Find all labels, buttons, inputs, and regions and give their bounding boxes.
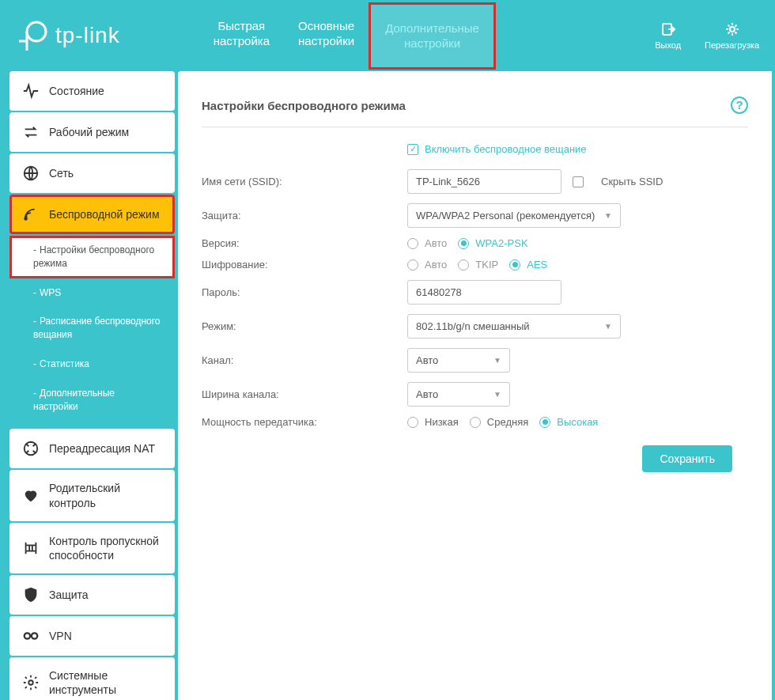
main: Состояние Рабочий режим Сеть Беспроводно… [0,71,775,700]
sidebar-item-label: Защита [49,588,89,602]
nat-icon [22,440,40,457]
cycle-icon [22,123,40,141]
sidebar-item-parental[interactable]: Родительский контроль [9,470,175,520]
content-header: Настройки беспроводного режима ? [202,96,748,127]
mode-label: Режим: [202,320,407,332]
sidebar-item-label: Рабочий режим [49,125,129,139]
sidebar-item-status[interactable]: Состояние [9,71,175,111]
content: Настройки беспроводного режима ? ✓ Включ… [178,71,772,700]
password-input[interactable] [407,280,561,305]
chevron-down-icon: ▼ [493,390,501,399]
enc-tkip-radio[interactable] [458,259,469,271]
chevron-down-icon: ▼ [493,356,501,365]
sidebar-sub-schedule[interactable]: -Расписание беспроводного вещания [9,307,175,350]
chevron-down-icon: ▼ [604,322,612,331]
sidebar-sub-wps[interactable]: -WPS [9,278,175,308]
security-select[interactable]: WPA/WPA2 Personal (рекомендуется)▼ [407,203,621,228]
enable-broadcast-label[interactable]: Включить беспроводное вещание [425,143,587,155]
svg-point-6 [32,633,37,638]
sidebar-item-label: Контроль пропускной способности [49,534,162,562]
tab-advanced[interactable]: Дополнительныенастройки [369,2,496,70]
width-select[interactable]: Авто▼ [407,382,510,407]
svg-point-5 [25,633,30,638]
sidebar-item-vpn[interactable]: VPN [9,616,175,656]
sidebar-item-label: Родительский контроль [49,481,162,509]
width-label: Ширина канала: [202,388,407,400]
mode-select[interactable]: 802.11b/g/n смешанный▼ [407,314,621,339]
svg-point-7 [28,681,33,686]
channel-select[interactable]: Авто▼ [407,348,510,373]
sidebar-item-label: VPN [49,629,72,643]
sidebar: Состояние Рабочий режим Сеть Беспроводно… [0,71,178,700]
sidebar-sub-wireless-settings[interactable]: -Настройки беспроводного режима [9,236,175,278]
wifi-icon [22,206,40,223]
password-label: Пароль: [202,286,407,298]
globe-icon [22,165,40,182]
gear-icon [22,674,40,691]
channel-label: Канал: [202,354,407,366]
logo-text: tp-link [55,23,120,48]
sidebar-item-nat[interactable]: Переадресация NAT [9,429,175,468]
tabs: Быстраянастройка Основныенастройки Допол… [199,2,496,70]
tp-link-logo-icon [16,19,49,52]
power-label: Мощность передатчика: [202,416,407,428]
sidebar-item-mode[interactable]: Рабочий режим [9,112,175,152]
sidebar-item-label: Беспроводной режим [49,207,160,221]
hide-ssid-label[interactable]: Скрыть SSID [601,176,663,187]
svg-point-2 [730,27,735,32]
encryption-label: Шифрование: [202,259,407,271]
sidebar-item-network[interactable]: Сеть [9,153,175,193]
security-label: Защита: [202,210,407,221]
chevron-down-icon: ▼ [604,211,612,220]
tab-quick-setup[interactable]: Быстраянастройка [199,2,284,70]
logout-icon [660,21,676,37]
power-low-radio[interactable] [407,417,418,428]
reboot-button[interactable]: Перезагрузка [705,21,759,50]
version-wpa2-radio[interactable] [458,238,469,249]
sidebar-item-label: Переадресация NAT [49,441,155,456]
activity-icon [22,82,40,100]
bandwidth-icon [22,539,40,557]
sidebar-item-label: Системные инструменты [49,668,162,697]
sidebar-item-bandwidth[interactable]: Контроль пропускной способности [9,523,175,573]
reboot-icon [724,21,740,37]
help-icon[interactable]: ? [731,96,748,114]
enable-broadcast-row: ✓ Включить беспроводное вещание [407,143,748,155]
sidebar-sub-advanced[interactable]: -Дополнительные настройки [9,379,175,422]
tab-basic[interactable]: Основныенастройки [284,2,369,70]
enc-auto-radio[interactable] [407,259,418,271]
header-actions: Выход Перезагрузка [655,21,759,50]
header: tp-link Быстраянастройка Основныенастрой… [0,0,775,71]
version-label: Версия: [202,237,407,249]
ssid-label: Имя сети (SSID): [202,176,407,187]
svg-point-0 [27,22,46,41]
sidebar-item-wireless[interactable]: Беспроводной режим [9,195,175,234]
sidebar-item-security[interactable]: Защита [9,575,175,615]
hide-ssid-checkbox[interactable]: ✓ [573,176,584,187]
svg-point-4 [25,218,27,220]
sidebar-subitems: -Настройки беспроводного режима -WPS -Ра… [0,236,178,421]
power-med-radio[interactable] [470,417,481,428]
sidebar-item-label: Состояние [49,84,104,98]
logout-button[interactable]: Выход [655,21,681,50]
vpn-icon [22,627,40,645]
logo: tp-link [16,19,120,52]
enc-aes-radio[interactable] [509,259,520,271]
enable-broadcast-checkbox[interactable]: ✓ [407,144,418,155]
ssid-input[interactable] [407,169,561,194]
sidebar-item-label: Сеть [49,166,74,180]
sidebar-item-system[interactable]: Системные инструменты [9,657,175,700]
shield-icon [22,586,40,604]
power-high-radio[interactable] [539,417,550,428]
save-button[interactable]: Сохранить [642,445,732,472]
heart-icon [22,487,40,505]
sidebar-sub-stats[interactable]: -Статистика [9,350,175,379]
version-auto-radio[interactable] [407,238,418,249]
page-title: Настройки беспроводного режима [202,99,406,112]
